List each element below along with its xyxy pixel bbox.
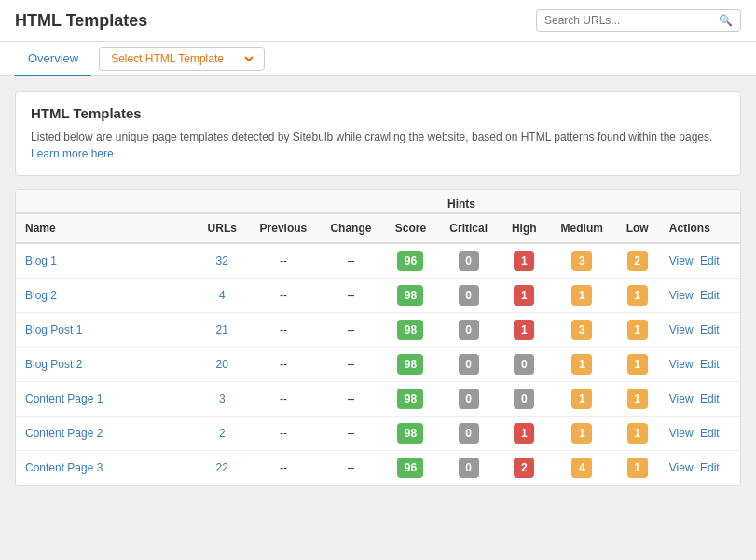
tab-select-template[interactable]: Select HTML Template [99, 47, 265, 71]
top-header: HTML Templates 🔍 [0, 0, 756, 42]
cell-change: -- [319, 417, 383, 451]
cell-previous: -- [248, 279, 319, 313]
high-badge: 1 [514, 251, 534, 271]
cell-high: 2 [499, 451, 549, 485]
table-header-col-row: Name URLs Previous Change Score Critical… [16, 213, 740, 243]
cell-actions: View Edit [660, 451, 740, 485]
edit-link[interactable]: Edit [700, 427, 720, 440]
view-link[interactable]: View [669, 358, 694, 371]
template-name-link[interactable]: Content Page 2 [25, 427, 103, 440]
medium-badge: 1 [571, 354, 592, 375]
cell-actions: View Edit [660, 417, 740, 451]
template-name-link[interactable]: Content Page 1 [25, 392, 103, 405]
cell-urls: 3 [197, 382, 248, 417]
cell-medium: 4 [549, 451, 614, 485]
low-badge: 1 [627, 389, 648, 409]
score-badge: 98 [397, 285, 423, 306]
table-header-group-row: Hints [16, 190, 740, 213]
th-high: High [499, 213, 549, 243]
high-badge: 1 [514, 285, 534, 306]
view-link[interactable]: View [669, 392, 694, 405]
cell-low: 1 [614, 417, 659, 451]
info-box: HTML Templates Listed below are unique p… [15, 91, 741, 176]
table-row: Content Page 1 3 -- -- 98 0 0 1 1 View E… [16, 382, 740, 417]
cell-score: 96 [383, 451, 438, 485]
table-row: Content Page 2 2 -- -- 98 0 1 1 1 View E… [16, 417, 740, 451]
template-name-link[interactable]: Content Page 3 [25, 461, 103, 474]
high-badge: 2 [514, 458, 534, 478]
content-area: HTML Templates Listed below are unique p… [0, 76, 756, 501]
cell-name: Blog 1 [16, 243, 197, 279]
view-link[interactable]: View [669, 323, 694, 336]
view-link[interactable]: View [669, 461, 694, 474]
cell-critical: 0 [438, 279, 499, 313]
critical-badge: 0 [459, 389, 479, 409]
view-link[interactable]: View [669, 289, 694, 302]
template-name-link[interactable]: Blog Post 2 [25, 358, 82, 371]
high-badge: 1 [514, 423, 534, 444]
low-badge: 1 [627, 320, 648, 340]
template-name-link[interactable]: Blog 2 [25, 289, 57, 302]
cell-name: Blog 2 [16, 279, 197, 313]
edit-link[interactable]: Edit [700, 323, 720, 336]
templates-table: Hints Name URLs Previous Change Score Cr… [16, 190, 740, 485]
cell-previous: -- [248, 417, 319, 451]
cell-medium: 1 [549, 348, 614, 382]
cell-medium: 1 [549, 382, 614, 417]
score-badge: 98 [397, 423, 423, 444]
view-link[interactable]: View [669, 427, 694, 440]
cell-score: 96 [383, 243, 438, 279]
cell-name: Content Page 1 [16, 382, 197, 417]
low-badge: 1 [627, 354, 648, 375]
cell-score: 98 [383, 348, 438, 382]
edit-link[interactable]: Edit [700, 461, 720, 474]
page-title: HTML Templates [15, 11, 147, 31]
th-actions: Actions [660, 213, 740, 243]
col-header-urls [197, 190, 248, 213]
cell-low: 2 [614, 243, 659, 279]
search-input[interactable] [544, 14, 719, 27]
col-header-name [16, 190, 197, 213]
low-badge: 1 [627, 423, 648, 444]
edit-link[interactable]: Edit [700, 254, 720, 267]
tab-overview[interactable]: Overview [15, 42, 91, 76]
cell-critical: 0 [438, 451, 499, 485]
col-header-score [383, 190, 438, 213]
medium-badge: 3 [571, 251, 592, 271]
cell-previous: -- [248, 243, 319, 279]
edit-link[interactable]: Edit [700, 289, 720, 302]
table-row: Blog Post 1 21 -- -- 98 0 1 3 1 View Edi… [16, 313, 740, 348]
edit-link[interactable]: Edit [700, 392, 720, 405]
score-badge: 96 [397, 458, 423, 478]
edit-link[interactable]: Edit [700, 358, 720, 371]
score-badge: 98 [397, 389, 423, 409]
cell-change: -- [319, 348, 383, 382]
cell-medium: 3 [549, 313, 614, 348]
col-header-hints-group: Hints [438, 190, 660, 213]
cell-medium: 3 [549, 243, 614, 279]
learn-more-link[interactable]: Learn more here [31, 147, 114, 160]
cell-critical: 0 [438, 382, 499, 417]
cell-low: 1 [614, 451, 659, 485]
template-name-link[interactable]: Blog Post 1 [25, 323, 82, 336]
view-link[interactable]: View [669, 254, 694, 267]
table-row: Blog 2 4 -- -- 98 0 1 1 1 View Edit [16, 279, 740, 313]
info-description: Listed below are unique page templates d… [31, 129, 725, 162]
cell-score: 98 [383, 417, 438, 451]
cell-name: Blog Post 1 [16, 313, 197, 348]
cell-high: 0 [499, 348, 549, 382]
medium-badge: 1 [571, 389, 592, 409]
th-change: Change [319, 213, 383, 243]
template-select[interactable]: Select HTML Template [107, 51, 256, 66]
cell-score: 98 [383, 279, 438, 313]
critical-badge: 0 [459, 458, 479, 478]
critical-badge: 0 [459, 423, 479, 444]
critical-badge: 0 [459, 251, 479, 271]
cell-score: 98 [383, 382, 438, 417]
cell-change: -- [319, 313, 383, 348]
template-name-link[interactable]: Blog 1 [25, 254, 57, 267]
search-box[interactable]: 🔍 [536, 9, 741, 32]
score-badge: 98 [397, 354, 423, 375]
high-badge: 1 [514, 320, 534, 340]
cell-high: 1 [499, 243, 549, 279]
